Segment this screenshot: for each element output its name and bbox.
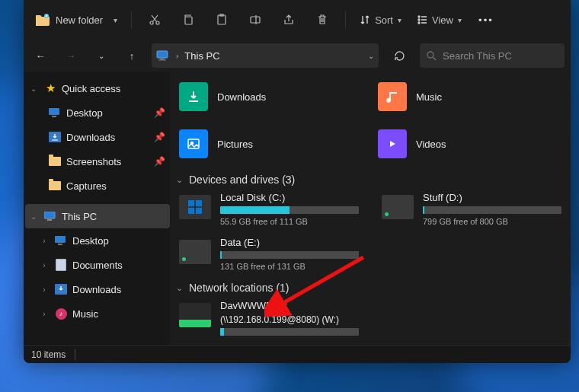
- group-devices[interactable]: ⌄Devices and drives (3): [176, 174, 571, 186]
- videos-icon: [378, 129, 407, 158]
- svg-point-13: [427, 52, 433, 58]
- chevron-down-icon[interactable]: ⌄: [368, 52, 374, 60]
- svg-rect-19: [55, 236, 66, 243]
- cut-button[interactable]: [139, 6, 170, 33]
- chevron-down-icon: ▾: [114, 16, 117, 24]
- music-icon: [378, 82, 407, 111]
- new-folder-button[interactable]: New folder ▾: [30, 6, 123, 33]
- svg-rect-12: [158, 60, 166, 61]
- usage-bar: [423, 206, 561, 214]
- forward-button[interactable]: →: [60, 45, 82, 66]
- sidebar-item-pc-documents[interactable]: ›Documents: [25, 253, 170, 277]
- paste-icon: [216, 14, 228, 26]
- desktop-icon: [55, 236, 67, 246]
- breadcrumb[interactable]: › This PC ⌄: [152, 43, 379, 68]
- usage-bar: [220, 328, 359, 336]
- pin-icon: 📌: [154, 156, 165, 167]
- drive-icon: [179, 240, 211, 264]
- pin-icon: 📌: [154, 107, 165, 118]
- sidebar-item-desktop[interactable]: Desktop📌: [25, 100, 170, 125]
- svg-rect-20: [58, 244, 62, 245]
- drive-d[interactable]: Stuff (D:)799 GB free of 800 GB: [382, 192, 561, 226]
- delete-button[interactable]: [307, 6, 337, 33]
- chevron-right-icon[interactable]: ›: [39, 237, 50, 245]
- pin-icon: 📌: [154, 132, 165, 142]
- svg-rect-14: [49, 108, 59, 115]
- sidebar-item-pc-desktop[interactable]: ›Desktop: [25, 228, 170, 253]
- search-icon: [426, 50, 437, 61]
- copy-icon: [182, 14, 194, 26]
- download-icon: [55, 284, 67, 295]
- document-icon: [56, 259, 66, 271]
- up-button[interactable]: ↑: [121, 45, 142, 66]
- delete-icon: [316, 14, 328, 26]
- sidebar-item-downloads[interactable]: Downloads📌: [25, 125, 170, 149]
- svg-point-2: [156, 21, 159, 24]
- breadcrumb-label: This PC: [184, 50, 219, 62]
- folder-music[interactable]: Music: [378, 81, 561, 113]
- sort-icon: [360, 14, 370, 25]
- desktop-icon: [49, 108, 61, 118]
- address-bar: ← → ⌄ ↑ › This PC ⌄ Search This PC: [24, 40, 571, 72]
- refresh-button[interactable]: [388, 44, 411, 67]
- svg-rect-18: [47, 219, 52, 221]
- drive-c[interactable]: Local Disk (C:)55.9 GB free of 111 GB: [179, 192, 359, 226]
- svg-rect-4: [218, 15, 226, 24]
- svg-point-9: [418, 22, 420, 24]
- folder-videos[interactable]: Videos: [378, 128, 561, 160]
- drive-e[interactable]: Data (E:)131 GB free of 131 GB: [179, 237, 359, 271]
- sidebar-item-this-pc[interactable]: ⌄ This PC: [25, 204, 170, 228]
- more-button[interactable]: •••: [471, 6, 501, 33]
- more-icon: •••: [478, 14, 494, 26]
- music-icon: ♪: [56, 308, 67, 320]
- chevron-down-icon[interactable]: ⌄: [28, 84, 39, 93]
- monitor-icon: [44, 212, 56, 221]
- sidebar-item-screenshots[interactable]: Screenshots📌: [25, 149, 170, 174]
- drive-icon: [382, 195, 414, 219]
- svg-rect-15: [52, 116, 56, 117]
- sidebar-item-pc-downloads[interactable]: ›Downloads: [25, 277, 170, 301]
- chevron-right-icon[interactable]: ›: [39, 310, 50, 318]
- view-button[interactable]: View ▾: [411, 6, 468, 33]
- folder-icon: [49, 181, 61, 190]
- share-icon: [283, 14, 295, 26]
- rename-icon: [249, 14, 261, 26]
- this-pc-icon: [156, 49, 170, 62]
- usage-bar: [220, 251, 359, 259]
- chevron-down-icon: ▾: [458, 16, 462, 24]
- pictures-icon: [179, 129, 208, 158]
- folder-downloads[interactable]: Downloads: [179, 81, 363, 113]
- drive-w-network[interactable]: DavWWWRoot(\\192.168.0.199@8080) (W:): [179, 300, 359, 336]
- group-network[interactable]: ⌄Network locations (1): [176, 282, 571, 294]
- folder-pictures[interactable]: Pictures: [179, 128, 363, 160]
- usage-bar: [220, 206, 359, 214]
- svg-point-1: [150, 21, 153, 24]
- chevron-right-icon[interactable]: ›: [39, 285, 50, 294]
- file-explorer-window: New folder ▾ Sort ▾ View ▾ ••• ← → ⌄ ↑ ›: [24, 0, 571, 363]
- search-input[interactable]: Search This PC: [420, 43, 565, 68]
- cut-icon: [149, 14, 161, 26]
- item-count: 10 items: [31, 349, 66, 360]
- download-icon: [49, 132, 61, 142]
- back-button[interactable]: ←: [30, 45, 51, 66]
- folder-icon: [49, 157, 61, 166]
- sidebar-item-captures[interactable]: Captures: [25, 174, 170, 198]
- svg-point-8: [418, 19, 420, 21]
- recent-button[interactable]: ⌄: [91, 45, 112, 66]
- svg-rect-27: [196, 208, 202, 214]
- svg-rect-6: [251, 17, 260, 23]
- paste-button[interactable]: [206, 6, 237, 33]
- copy-button[interactable]: [173, 6, 203, 33]
- drive-icon: [179, 195, 211, 219]
- sidebar: ⌄ ★ Quick access Desktop📌 Downloads📌 Scr…: [24, 72, 170, 345]
- chevron-down-icon: ⌄: [176, 175, 183, 185]
- chevron-right-icon[interactable]: ›: [39, 261, 50, 269]
- rename-button[interactable]: [240, 6, 270, 33]
- refresh-icon: [394, 50, 405, 62]
- sidebar-item-pc-music[interactable]: ›♪Music: [25, 301, 170, 326]
- sort-button[interactable]: Sort ▾: [353, 6, 408, 33]
- chevron-down-icon[interactable]: ⌄: [28, 212, 39, 221]
- sidebar-item-quick-access[interactable]: ⌄ ★ Quick access: [25, 76, 170, 100]
- svg-point-7: [418, 16, 420, 18]
- share-button[interactable]: [274, 6, 304, 33]
